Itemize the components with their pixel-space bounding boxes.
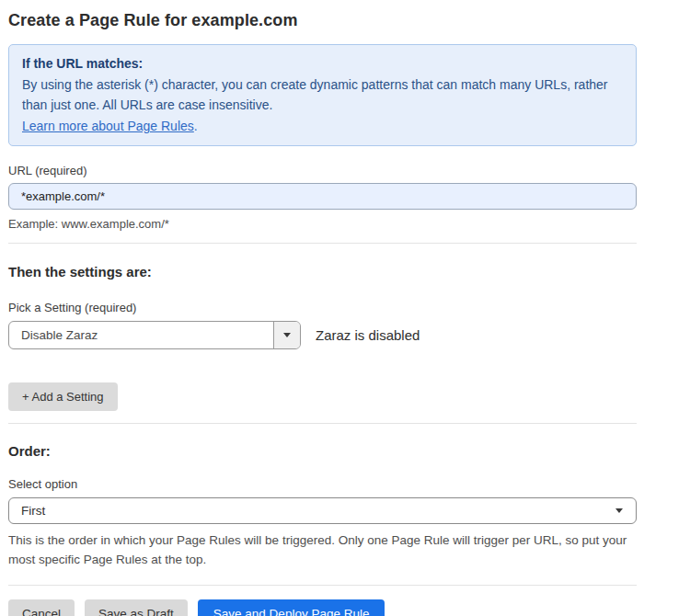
setting-status-text: Zaraz is disabled (316, 327, 420, 343)
url-input[interactable] (8, 183, 637, 210)
setting-select-value: Disable Zaraz (9, 322, 273, 348)
setting-picker-label: Pick a Setting (required) (8, 301, 637, 314)
info-box-body: By using the asterisk (*) character, you… (22, 74, 615, 115)
form-actions: Cancel Save as Draft Save and Deploy Pag… (8, 599, 637, 616)
add-setting-button[interactable]: + Add a Setting (8, 382, 118, 411)
chevron-down-icon (283, 333, 291, 337)
settings-section-heading: Then the settings are: (8, 264, 637, 279)
divider (8, 423, 637, 424)
order-select-value: First (21, 504, 45, 518)
setting-picker-row: Disable Zaraz Zaraz is disabled (8, 321, 637, 349)
divider (8, 585, 637, 586)
divider (8, 243, 637, 244)
learn-more-link[interactable]: Learn more about Page Rules (22, 119, 194, 133)
url-example-helper: Example: www.example.com/* (8, 217, 637, 231)
cancel-button[interactable]: Cancel (8, 599, 75, 616)
order-section-heading: Order: (8, 443, 637, 459)
setting-select[interactable]: Disable Zaraz (8, 321, 301, 349)
url-match-info-box: If the URL matches: By using the asteris… (8, 44, 637, 146)
order-select-label: Select option (8, 477, 637, 491)
url-field-label: URL (required) (8, 164, 637, 177)
page-rule-form: Create a Page Rule for example.com If th… (0, 0, 690, 616)
order-select[interactable]: First (8, 497, 637, 524)
info-link-line: Learn more about Page Rules. (22, 117, 621, 135)
save-as-draft-button[interactable]: Save as Draft (85, 599, 188, 616)
page-title: Create a Page Rule for example.com (8, 11, 637, 30)
chevron-down-icon (615, 508, 623, 513)
save-and-deploy-button[interactable]: Save and Deploy Page Rule (198, 599, 385, 616)
link-suffix: . (194, 119, 198, 133)
setting-select-arrow-button[interactable] (273, 322, 300, 348)
order-helper-text: This is the order in which your Page Rul… (8, 530, 630, 569)
info-box-heading: If the URL matches: (22, 56, 621, 71)
